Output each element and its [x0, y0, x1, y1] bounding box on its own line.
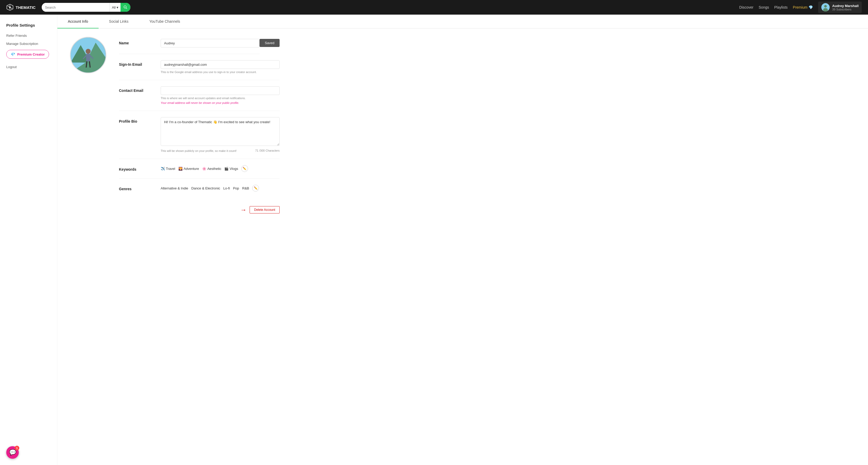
user-info: Audrey Marshall 39 Subscribers: [832, 4, 859, 11]
chat-badge: 1: [14, 446, 19, 451]
chat-icon: 💬: [9, 449, 16, 456]
svg-line-4: [7, 6, 9, 7]
genres-field-group: Alternative & Indie Dance & Electronic L…: [161, 185, 280, 192]
search-bar: All ▾: [42, 3, 130, 12]
tab-youtube-channels[interactable]: YouTube Channels: [139, 14, 191, 28]
header-nav: Discover Songs Playlists Premium 💎 Audre…: [739, 2, 862, 13]
premium-creator-button[interactable]: 💎 Premium Creator: [6, 50, 49, 59]
keywords-label: Keywords: [119, 165, 161, 171]
main-content: Account Info Social Links YouTube Channe…: [57, 14, 868, 465]
signin-email-input[interactable]: [161, 60, 280, 69]
search-filter-label: All: [112, 5, 116, 9]
user-name: Audrey Marshall: [832, 4, 859, 8]
tab-social-links[interactable]: Social Links: [99, 14, 139, 28]
content-area: Saved Name Sign-In Email This is the: [57, 28, 292, 222]
contact-email-row: Contact Email This is where we will send…: [119, 86, 280, 111]
keyword-vlogs: 🎬 Vlogs: [224, 167, 238, 171]
signin-email-label: Sign-In Email: [119, 60, 161, 66]
signin-email-hint: This is the Google email address you use…: [161, 70, 280, 74]
sidebar-item-logout[interactable]: Logout: [6, 65, 51, 69]
name-field-group: [161, 39, 259, 48]
search-button[interactable]: [121, 3, 130, 12]
user-subscribers: 39 Subscribers: [832, 8, 859, 11]
profile-photo[interactable]: [70, 37, 106, 73]
name-input[interactable]: [161, 39, 259, 48]
saved-button[interactable]: Saved: [259, 39, 280, 47]
nav-playlists[interactable]: Playlists: [774, 5, 787, 9]
contact-email-input[interactable]: [161, 86, 280, 95]
genres-label: Genres: [119, 185, 161, 191]
delete-account-button[interactable]: Delete Account: [250, 206, 280, 213]
premium-creator-label: Premium Creator: [17, 53, 44, 56]
nav-songs[interactable]: Songs: [759, 5, 769, 9]
profile-bio-field-group: This will be shown publicly on your prof…: [161, 117, 280, 152]
genre-alt-indie: Alternative & Indie: [161, 186, 188, 190]
genres-list: Alternative & Indie Dance & Electronic L…: [161, 185, 280, 192]
avatar: [821, 3, 830, 11]
keywords-field-group: ✈️ Travel 🌄 Adventure 🌸 Aesthetic 🎬 Vlog…: [161, 165, 280, 172]
svg-point-15: [86, 49, 91, 54]
signin-email-field-group: This is the Google email address you use…: [161, 60, 280, 74]
form-section: Saved Name Sign-In Email This is the: [119, 37, 280, 213]
profile-bio-row: Profile Bio This will be shown publicly …: [119, 117, 280, 159]
profile-bio-hint: This will be shown publicly on your prof…: [161, 149, 237, 152]
genre-dance-electronic: Dance & Electronic: [191, 186, 220, 190]
search-filter-dropdown[interactable]: All ▾: [110, 3, 121, 12]
nav-premium[interactable]: Premium 💎: [793, 5, 813, 9]
svg-point-9: [824, 5, 827, 7]
chevron-down-icon: ▾: [117, 5, 118, 9]
contact-email-field-group: This is where we will send account updat…: [161, 86, 280, 105]
chat-bubble-button[interactable]: 💬 1: [6, 446, 19, 459]
genre-lofi: Lo-fi: [223, 186, 230, 190]
svg-line-5: [11, 8, 12, 9]
genre-pop: Pop: [233, 186, 239, 190]
char-count: 71 /300 Characters: [255, 149, 280, 152]
app-header: THEMATIC All ▾ Discover Songs Playlists …: [0, 0, 868, 14]
tab-account-info[interactable]: Account Info: [57, 14, 99, 28]
profile-bio-label: Profile Bio: [119, 117, 161, 123]
svg-point-1: [9, 6, 11, 8]
keywords-row: Keywords ✈️ Travel 🌄 Adventure 🌸 Aesthet…: [119, 165, 280, 178]
contact-email-label: Contact Email: [119, 86, 161, 93]
svg-point-6: [124, 6, 126, 8]
gem-icon: 💎: [809, 5, 813, 9]
sidebar-title: Profile Settings: [6, 23, 51, 27]
signin-email-row: Sign-In Email This is the Google email a…: [119, 60, 280, 80]
keywords-list: ✈️ Travel 🌄 Adventure 🌸 Aesthetic 🎬 Vlog…: [161, 165, 280, 172]
search-input[interactable]: [42, 3, 110, 12]
delete-account-area: → Delete Account: [119, 206, 280, 213]
profile-photo-section: Saved Name Sign-In Email This is the: [70, 37, 280, 213]
genre-rnb: R&B: [242, 186, 249, 190]
sidebar: Profile Settings Refer Friends Manage Su…: [0, 14, 57, 465]
name-row: Name: [119, 39, 259, 54]
delete-arrow-icon: →: [240, 206, 246, 213]
user-menu[interactable]: Audrey Marshall 39 Subscribers: [818, 2, 862, 13]
logo[interactable]: THEMATIC: [6, 4, 35, 11]
profile-bio-textarea[interactable]: [161, 117, 280, 146]
contact-email-hint: This is where we will send account updat…: [161, 96, 280, 100]
logo-text: THEMATIC: [16, 5, 35, 10]
svg-rect-16: [86, 54, 90, 61]
keyword-adventure: 🌄 Adventure: [178, 167, 199, 171]
diamond-icon: 💎: [11, 52, 15, 56]
tabs-bar: Account Info Social Links YouTube Channe…: [57, 14, 868, 28]
nav-discover[interactable]: Discover: [739, 5, 753, 9]
name-label: Name: [119, 39, 161, 45]
contact-email-privacy: Your email address will never be shown o…: [161, 101, 280, 105]
sidebar-item-manage-subscription[interactable]: Manage Subscription: [6, 42, 51, 46]
edit-genres-button[interactable]: ✏️: [252, 185, 259, 192]
sidebar-item-refer-friends[interactable]: Refer Friends: [6, 34, 51, 37]
keyword-aesthetic: 🌸 Aesthetic: [202, 167, 221, 171]
genres-row: Genres Alternative & Indie Dance & Elect…: [119, 185, 280, 198]
svg-line-7: [126, 8, 127, 9]
keyword-travel: ✈️ Travel: [161, 167, 175, 171]
page-layout: Profile Settings Refer Friends Manage Su…: [0, 14, 868, 465]
edit-keywords-button[interactable]: ✏️: [241, 165, 248, 172]
